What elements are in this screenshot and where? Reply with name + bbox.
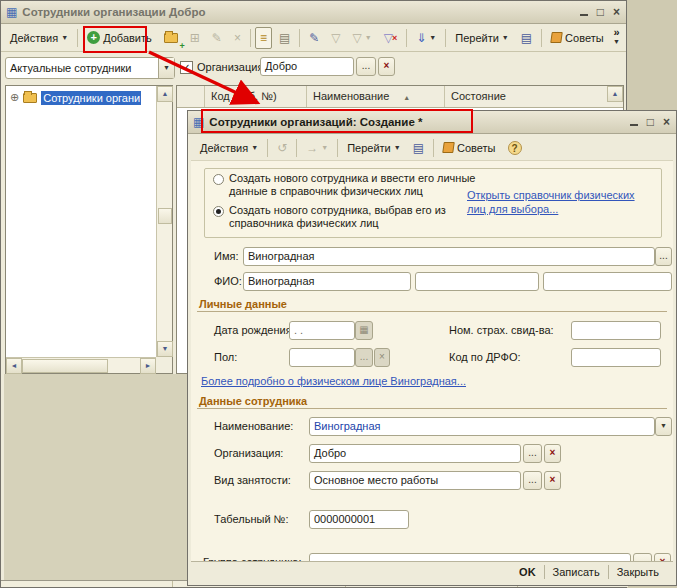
radio-create-new-person[interactable] (213, 174, 224, 185)
table-header-name[interactable]: Наименование▲ (307, 86, 445, 107)
employment-type-input[interactable]: Основное место работы (309, 471, 521, 490)
copy-button[interactable]: ⊞ (185, 27, 205, 49)
maximize-button[interactable]: □ (597, 6, 604, 18)
radio-create-new-person-label[interactable]: Создать нового сотрудника и ввести его л… (229, 172, 479, 198)
organization-input[interactable]: Добро (309, 444, 521, 463)
birthdate-value: . . (294, 324, 303, 336)
close-dialog-button[interactable]: Закрыть (609, 564, 667, 580)
copy-icon: ⊞ (190, 32, 200, 44)
help-button[interactable]: ? (503, 137, 527, 159)
radio-choose-existing-person-label[interactable]: Создать нового сотрудника, выбрав его из… (229, 204, 479, 230)
scroll-thumb[interactable] (158, 208, 172, 224)
filter-by-value-button[interactable]: ▽ ▼ (348, 27, 377, 49)
calendar-button[interactable]: ▦ (355, 321, 373, 340)
goto-label: Перейти (347, 142, 391, 154)
table-header-marker[interactable] (177, 86, 205, 107)
insurance-number-label: Ном. страх. свид-ва: (449, 321, 554, 340)
minimize-icon (580, 8, 588, 16)
hierarchy-view-button[interactable]: ≡ (255, 27, 272, 49)
tree-vertical-scrollbar[interactable]: ▲ ▼ (156, 86, 172, 357)
dialog-actions-button[interactable]: Действия ▼ (195, 137, 263, 159)
goto-button[interactable]: Перейти ▼ (450, 27, 514, 49)
org-filter-input[interactable]: Добро (260, 57, 354, 76)
ok-button[interactable]: OK (511, 564, 544, 580)
org-clear-button[interactable]: × (378, 57, 395, 76)
radio-choose-existing-person[interactable] (213, 206, 224, 217)
dialog-goto-button[interactable]: Перейти ▼ (342, 137, 406, 159)
columns-button[interactable]: ▤ (408, 137, 429, 159)
table-header-state[interactable]: Состояние (445, 86, 605, 107)
chevron-down-icon: ▼ (429, 34, 436, 41)
tips-button[interactable]: Советы (546, 27, 608, 49)
minimize-button[interactable] (630, 116, 638, 128)
organization-value: Добро (314, 447, 346, 459)
employee-create-dialog: ▦ Сотрудники организаций: Создание * □ ×… (187, 110, 677, 586)
filter-button[interactable]: ▽ (326, 27, 345, 49)
save-button[interactable]: Записать (545, 564, 608, 580)
dialog-tips-button[interactable]: Советы (438, 137, 500, 159)
dialog-button-bar: OK Записать Закрыть (191, 561, 673, 582)
view-mode-button[interactable]: ▤ (274, 27, 295, 49)
setup-list-button[interactable]: ✎ (304, 27, 324, 49)
name-select-button[interactable]: ... (655, 247, 672, 266)
personnel-number-input[interactable]: 0000000001 (309, 510, 409, 529)
birthdate-input[interactable]: . . (289, 321, 355, 340)
add-group-button[interactable]: + (159, 27, 183, 49)
close-button[interactable]: × (613, 6, 620, 18)
fio-firstname-input[interactable] (415, 272, 539, 291)
output-list-button[interactable]: ⇓ ▼ (411, 27, 441, 49)
fio-label: ФИО: (214, 272, 242, 291)
naming-dropdown-button[interactable]: ▼ (655, 417, 672, 436)
person-details-link[interactable]: Более подробно о физическом лице Виногра… (201, 374, 466, 388)
fio-lastname-input[interactable]: Виноградная (243, 272, 411, 291)
edit-button[interactable]: ✎ (207, 27, 227, 49)
add-button[interactable]: + Добавить (82, 27, 157, 49)
org-filter-value: Добро (265, 60, 297, 72)
selection-filter-combo[interactable]: Актуальные сотрудники ▼ (5, 57, 175, 79)
scroll-up-button[interactable]: ▲ (157, 86, 173, 102)
clear-filter-button[interactable]: ▽ × (379, 27, 403, 49)
tree-root-label: Сотрудники органи (41, 91, 141, 105)
close-button[interactable]: × (663, 116, 670, 128)
employment-clear-button[interactable]: × (544, 471, 561, 490)
tree-horizontal-scrollbar[interactable]: ◄ ► (6, 357, 156, 373)
output-icon: ⇓ (416, 32, 426, 44)
naming-input[interactable]: Виноградная (309, 417, 655, 436)
delete-button[interactable]: × (229, 27, 246, 49)
organization-select-button[interactable]: ... (523, 444, 542, 463)
scroll-right-button[interactable]: ► (140, 358, 156, 374)
employment-select-button[interactable]: ... (523, 471, 542, 490)
reread-button[interactable]: ↺ (272, 137, 292, 159)
scroll-thumb[interactable] (22, 359, 108, 373)
expand-icon[interactable]: ⊕ (10, 91, 19, 104)
toolbar-overflow-button[interactable]: » ▼ (613, 27, 620, 47)
tree-root-item[interactable]: ⊕ Сотрудники органи (6, 88, 172, 107)
folder-plus-icon (164, 33, 178, 43)
org-select-button[interactable]: ... (356, 57, 376, 76)
table-scroll-up-button[interactable]: ▲ (607, 86, 623, 102)
insurance-number-input[interactable] (571, 321, 661, 340)
org-filter-checkbox[interactable]: ✓ (180, 61, 193, 74)
gender-select-button[interactable]: ... (355, 348, 373, 367)
dialog-window-controls: □ × (630, 116, 670, 128)
drfo-code-input[interactable] (571, 348, 661, 367)
columns-button[interactable]: ▤ (516, 27, 537, 49)
chevron-down-icon: ▼ (158, 58, 174, 78)
table-header-code[interactable]: Код (Таб. №) (205, 86, 307, 107)
window-grid-icon: ▦ (193, 115, 204, 129)
name-input[interactable]: Виноградная (243, 247, 655, 266)
fio-middlename-input[interactable] (543, 272, 672, 291)
organization-clear-button[interactable]: × (544, 444, 561, 463)
gender-clear-button[interactable]: × (374, 348, 390, 367)
maximize-button[interactable]: □ (647, 116, 654, 128)
open-persons-catalog-link[interactable]: Открыть справочник физических лиц для вы… (467, 188, 659, 216)
chevron-down-icon: ▼ (394, 144, 401, 151)
gender-input[interactable] (289, 348, 355, 367)
scroll-left-button[interactable]: ◄ (6, 358, 22, 374)
personal-data-section-header: Личные данные (197, 298, 667, 312)
scroll-down-button[interactable]: ▼ (157, 341, 173, 357)
go-button[interactable]: → ▼ (301, 137, 333, 159)
minimize-button[interactable] (580, 6, 588, 18)
actions-button[interactable]: Действия ▼ (5, 27, 73, 49)
hierarchy-icon: ≡ (260, 32, 267, 44)
